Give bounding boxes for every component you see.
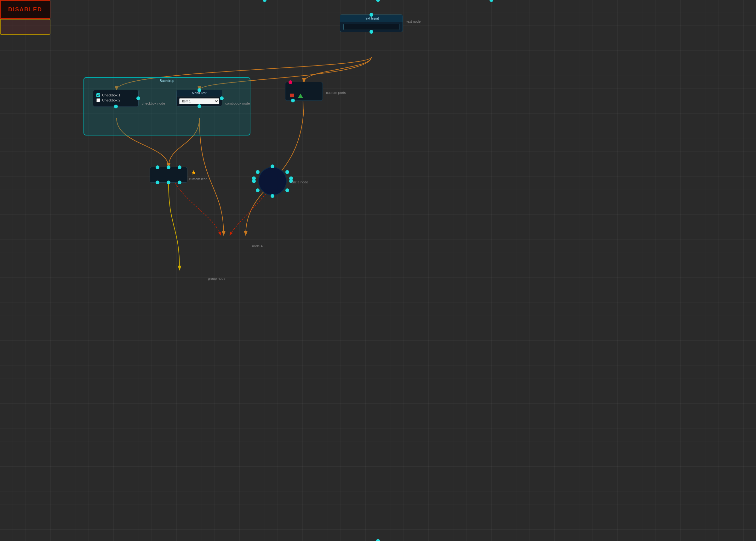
custom-ports-square-icon bbox=[290, 94, 294, 97]
custom-icon-label: custom icon bbox=[189, 177, 207, 181]
circle-port-1[interactable] bbox=[270, 165, 274, 168]
circle-port-2[interactable] bbox=[256, 170, 259, 174]
circle-port-6[interactable] bbox=[256, 189, 259, 192]
star-icon: ★ bbox=[191, 169, 196, 176]
menu-node: Menu Test Item 1 Item 2 Item 3 bbox=[177, 90, 222, 107]
menu-node-label: combobox node bbox=[225, 102, 250, 105]
custom-icon-port-bottom-1[interactable] bbox=[156, 181, 160, 184]
menu-port-right[interactable] bbox=[220, 96, 224, 100]
disabled-port-top-2[interactable] bbox=[490, 0, 493, 2]
circle-node-container bbox=[258, 167, 287, 195]
disabled-text: DISABLED bbox=[8, 6, 42, 13]
connection-menu-disabled bbox=[199, 118, 224, 235]
circle-port-7[interactable] bbox=[285, 189, 289, 192]
text-input-port-top[interactable] bbox=[369, 13, 373, 17]
custom-ports-label: custom ports bbox=[326, 91, 346, 95]
custom-ports-port-red[interactable] bbox=[288, 80, 292, 84]
circle-port-8[interactable] bbox=[270, 194, 274, 198]
circle-port-3[interactable] bbox=[285, 170, 289, 174]
custom-icon-port-top-1[interactable] bbox=[156, 166, 160, 169]
circle-node-label: circle node bbox=[291, 180, 308, 184]
text-input-label: text node bbox=[406, 20, 421, 23]
connection-textinput-customports bbox=[304, 57, 371, 82]
checkbox-port-bottom[interactable] bbox=[114, 105, 118, 108]
circle-port-9[interactable] bbox=[252, 179, 256, 183]
custom-ports-triangle-icon bbox=[298, 94, 303, 98]
custom-icon-node bbox=[150, 167, 188, 183]
checkbox1-row: Checkbox 1 bbox=[96, 93, 135, 97]
custom-icon-port-top-2[interactable] bbox=[167, 166, 171, 169]
checkbox-node: Checkbox 1 Checkbox 2 bbox=[93, 90, 139, 107]
connection-customicon-disabled-red bbox=[175, 183, 220, 235]
text-input-node: Text Input bbox=[340, 15, 403, 32]
disabled-node-label: node A bbox=[252, 244, 263, 248]
menu-port-top[interactable] bbox=[197, 88, 201, 92]
checkbox2-input[interactable] bbox=[96, 98, 100, 102]
custom-ports-node bbox=[285, 82, 323, 101]
disabled-node: DISABLED bbox=[0, 0, 50, 19]
checkbox-port-right[interactable] bbox=[137, 96, 140, 100]
circle-node bbox=[258, 167, 287, 195]
custom-ports-port-bottom-left[interactable] bbox=[291, 99, 295, 102]
group-node bbox=[0, 19, 50, 35]
connection-customicon-group bbox=[169, 183, 180, 270]
checkbox1-input[interactable] bbox=[96, 93, 100, 97]
custom-icon-port-top-3[interactable] bbox=[178, 166, 182, 169]
group-port-bottom[interactable] bbox=[376, 539, 380, 541]
checkbox1-label: Checkbox 1 bbox=[102, 93, 120, 97]
checkbox2-row: Checkbox 2 bbox=[96, 98, 135, 102]
group-port-top[interactable] bbox=[376, 0, 380, 2]
menu-select[interactable]: Item 1 Item 2 Item 3 bbox=[179, 98, 219, 104]
custom-icon-port-bottom-2[interactable] bbox=[167, 181, 171, 184]
checkbox2-label: Checkbox 2 bbox=[102, 98, 120, 102]
text-input-field[interactable] bbox=[343, 24, 399, 30]
text-input-port-bottom[interactable] bbox=[369, 30, 373, 34]
disabled-port-top-1[interactable] bbox=[263, 0, 266, 2]
group-node-label: group node bbox=[208, 276, 225, 280]
menu-port-bottom[interactable] bbox=[197, 104, 201, 108]
checkbox-node-label: checkbox node bbox=[142, 102, 165, 105]
custom-icon-port-bottom-3[interactable] bbox=[178, 181, 182, 184]
backdrop-title: Backdrop bbox=[84, 77, 250, 83]
custom-icon-star: ★ bbox=[191, 169, 196, 176]
